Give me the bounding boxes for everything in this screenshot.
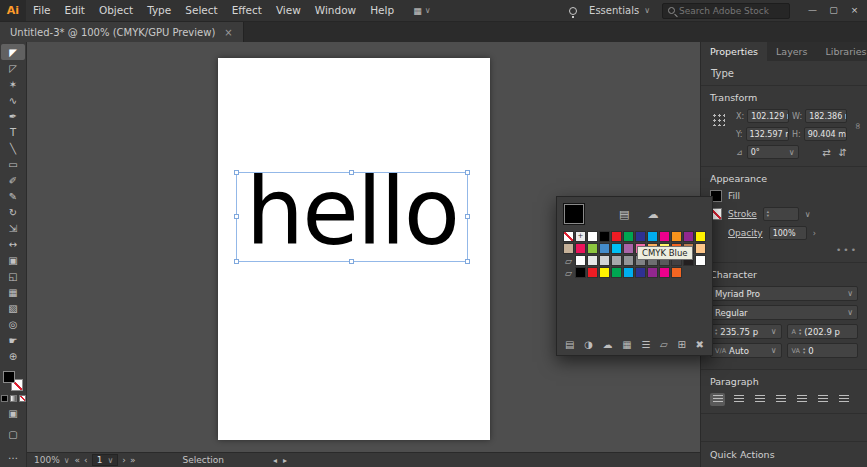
last-artboard-icon[interactable]: » (130, 455, 136, 465)
stepper-icon[interactable]: ▴▾ (799, 328, 801, 336)
eyedropper-tool[interactable]: ◎ (1, 316, 25, 332)
text-selection-box[interactable]: hello (236, 172, 468, 262)
opacity-field[interactable]: 100% (769, 226, 807, 240)
tab-layers[interactable]: Layers (767, 42, 816, 61)
tab-libraries[interactable]: Libraries (816, 42, 867, 61)
rotate-tool[interactable]: ↻ (1, 204, 25, 220)
add-to-library-icon[interactable]: ☁ (603, 339, 613, 350)
swatch[interactable] (611, 255, 622, 266)
swatch[interactable] (695, 255, 706, 266)
delete-swatch-icon[interactable]: ✖ (696, 339, 704, 350)
show-swatch-kinds-icon[interactable]: ▦ (622, 339, 631, 350)
justify-all-button[interactable] (836, 393, 851, 406)
swatch[interactable] (599, 243, 610, 254)
search-input[interactable] (679, 6, 784, 16)
document-tab[interactable]: Untitled-3* @ 100% (CMYK/GPU Preview) × (0, 22, 244, 42)
kerning-select[interactable]: V/A Auto ∨ (710, 343, 782, 358)
w-field[interactable]: 182.386 m (805, 109, 847, 123)
selection-handle-bottom-middle[interactable] (349, 259, 354, 264)
free-transform-tool[interactable]: ▣ (1, 252, 25, 268)
h-field[interactable]: 90.404 mm (804, 127, 847, 141)
width-tool[interactable]: ↔ (1, 236, 25, 252)
pencil-tool[interactable]: ✎ (1, 188, 25, 204)
swatch-libraries-icon[interactable]: ▤ (619, 208, 629, 221)
close-tab-icon[interactable]: × (224, 27, 232, 38)
swatch[interactable] (623, 243, 634, 254)
close-button[interactable]: × (844, 0, 865, 21)
swatch[interactable] (635, 267, 646, 278)
previous-artboard-icon[interactable]: ‹ (84, 455, 88, 465)
menu-window[interactable]: Window (308, 0, 363, 21)
color-themes-icon[interactable]: ◑ (584, 339, 593, 350)
swatch[interactable] (599, 267, 610, 278)
swatch[interactable] (575, 243, 586, 254)
align-right-button[interactable] (752, 393, 767, 406)
selection-handle-bottom-right[interactable] (465, 259, 470, 264)
selection-handle-middle-right[interactable] (465, 214, 470, 219)
menu-type[interactable]: Type (140, 0, 178, 21)
first-artboard-icon[interactable]: « (75, 455, 81, 465)
leading-field[interactable]: A ▴▾ (202.9 p (787, 324, 859, 339)
swatch[interactable] (611, 243, 622, 254)
swatch[interactable] (587, 267, 598, 278)
swatch-registration[interactable]: + (575, 231, 586, 242)
minimize-button[interactable]: — (802, 0, 823, 21)
menu-effect[interactable]: Effect (225, 0, 269, 21)
direct-selection-tool[interactable]: ◸ (1, 60, 25, 76)
next-artboard-icon[interactable]: › (122, 455, 126, 465)
zoom-control[interactable]: 100% ∨ (34, 455, 70, 465)
gradient-button[interactable] (10, 395, 17, 402)
arrange-documents-button[interactable]: ▦ ∨ (413, 6, 430, 16)
font-size-field[interactable]: ▴▾ 235.75 p ∨ (710, 324, 782, 339)
swatch[interactable] (647, 231, 658, 242)
align-center-button[interactable] (731, 393, 746, 406)
flip-vertical-icon[interactable]: ⇵ (839, 147, 847, 158)
swatch-libraries-menu-icon[interactable]: ▤ (565, 339, 574, 350)
selection-handle-bottom-left[interactable] (234, 259, 239, 264)
color-button[interactable] (1, 395, 8, 402)
stroke-label[interactable]: Stroke (728, 209, 757, 219)
menu-view[interactable]: View (269, 0, 308, 21)
swatch[interactable] (611, 267, 622, 278)
scale-tool[interactable]: ⇲ (1, 220, 25, 236)
rectangle-tool[interactable]: ▭ (1, 156, 25, 172)
swatch[interactable] (575, 267, 586, 278)
swatch[interactable] (623, 231, 634, 242)
reference-point-locator-icon[interactable] (712, 113, 725, 126)
lasso-tool[interactable]: ∿ (1, 92, 25, 108)
swatch[interactable] (695, 231, 706, 242)
swatch[interactable] (635, 231, 646, 242)
x-field[interactable]: 102.129 m (747, 109, 789, 123)
menu-select[interactable]: Select (178, 0, 224, 21)
swatch-options-icon[interactable]: ☰ (641, 339, 650, 350)
line-segment-tool[interactable]: ╲ (1, 140, 25, 156)
back-icon[interactable]: ◂ (273, 456, 277, 465)
tracking-field[interactable]: VA ▴▾ 0 (787, 343, 859, 358)
justify-center-button[interactable] (794, 393, 809, 406)
justify-left-button[interactable] (773, 393, 788, 406)
artboard-number-field[interactable]: 1 ∨ (92, 454, 119, 466)
selection-handle-middle-left[interactable] (234, 214, 239, 219)
swatch[interactable] (659, 267, 670, 278)
swatch[interactable] (587, 255, 598, 266)
swatch[interactable] (695, 243, 706, 254)
restore-button[interactable]: ▢ (823, 0, 844, 21)
swatch[interactable] (599, 231, 610, 242)
menu-help[interactable]: Help (363, 0, 401, 21)
font-style-select[interactable]: Regular ∨ (710, 305, 858, 320)
justify-right-button[interactable] (815, 393, 830, 406)
type-tool[interactable]: T (1, 124, 25, 140)
chevron-down-icon[interactable]: ∨ (805, 210, 811, 219)
font-family-select[interactable]: Myriad Pro ∨ (710, 286, 858, 301)
more-options-icon[interactable]: ••• (710, 245, 858, 255)
color-group-folder-icon[interactable]: ▱ (563, 267, 574, 278)
swatch[interactable] (611, 231, 622, 242)
swatch[interactable] (563, 243, 574, 254)
selection-tool[interactable]: ◤ (1, 44, 25, 60)
lightbulb-icon[interactable] (569, 7, 577, 15)
flip-horizontal-icon[interactable]: ⇄ (822, 147, 830, 158)
swatch[interactable] (671, 267, 682, 278)
draw-mode-button[interactable]: ▣ (8, 408, 17, 423)
swatch[interactable] (623, 255, 634, 266)
gradient-tool[interactable]: ▧ (1, 300, 25, 316)
